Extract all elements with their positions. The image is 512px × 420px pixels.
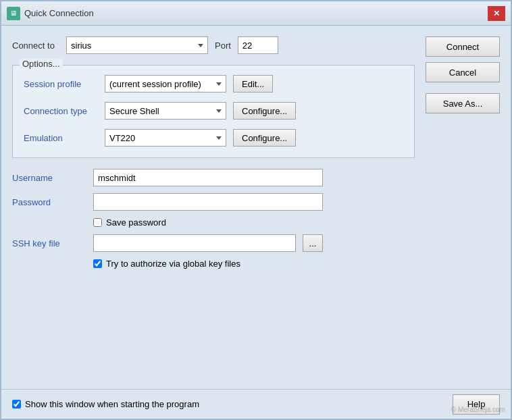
session-profile-row: Session profile (current session profile…: [24, 75, 403, 93]
ssh-key-input[interactable]: [93, 234, 296, 252]
port-label: Port: [215, 41, 231, 51]
form-section: Username Password Save password SSH key …: [12, 169, 415, 269]
authorize-global-row: Try to authorize via global key files: [93, 259, 415, 269]
options-title: Options...: [20, 59, 63, 69]
bottom-bar: Show this window when starting the progr…: [1, 389, 511, 419]
left-panel: Connect to sirius localhost remote Port …: [12, 36, 415, 378]
save-password-checkbox[interactable]: [93, 218, 102, 227]
password-input[interactable]: [93, 193, 323, 211]
options-section: Options... Session profile (current sess…: [12, 65, 415, 158]
username-input[interactable]: [93, 169, 323, 186]
save-password-label: Save password: [106, 217, 166, 228]
emulation-row: Emulation VT220 VT100 ANSI xterm Configu…: [24, 129, 403, 147]
connection-type-select[interactable]: Secure Shell Telnet SSH2: [105, 102, 226, 120]
password-row: Password: [12, 193, 415, 211]
connection-type-row: Connection type Secure Shell Telnet SSH2…: [24, 102, 403, 120]
connect-to-label: Connect to: [12, 41, 59, 51]
window-title: Quick Connection: [24, 8, 94, 18]
password-label: Password: [12, 197, 86, 207]
port-input[interactable]: [238, 36, 278, 54]
edit-button[interactable]: Edit...: [233, 75, 273, 93]
emulation-select[interactable]: VT220 VT100 ANSI xterm: [105, 129, 226, 147]
watermark: © MeraBheja.com: [451, 406, 505, 413]
authorize-global-checkbox[interactable]: [93, 259, 102, 268]
emulation-configure-button[interactable]: Configure...: [233, 129, 296, 147]
connect-to-select[interactable]: sirius localhost remote: [66, 36, 208, 54]
show-window-checkbox[interactable]: [12, 400, 21, 409]
cancel-button[interactable]: Cancel: [426, 62, 500, 82]
save-as-button[interactable]: Save As...: [426, 93, 500, 113]
connect-button[interactable]: Connect: [426, 36, 500, 57]
authorize-global-label: Try to authorize via global key files: [106, 259, 240, 269]
title-bar-left: 🖥 Quick Connection: [7, 7, 94, 20]
close-button[interactable]: ✕: [488, 6, 505, 21]
app-icon: 🖥: [7, 7, 20, 20]
ssh-key-row: SSH key file ...: [12, 234, 415, 252]
username-label: Username: [12, 173, 86, 183]
connect-row: Connect to sirius localhost remote Port: [12, 36, 415, 54]
emulation-label: Emulation: [24, 133, 98, 143]
connection-configure-button[interactable]: Configure...: [233, 102, 296, 120]
show-window-row: Show this window when starting the progr…: [12, 399, 199, 409]
browse-button[interactable]: ...: [303, 234, 323, 252]
main-content: Connect to sirius localhost remote Port …: [1, 26, 511, 389]
show-window-label: Show this window when starting the progr…: [25, 399, 199, 409]
right-panel: Connect Cancel Save As...: [426, 36, 500, 378]
session-profile-select[interactable]: (current session profile): [105, 75, 226, 93]
ssh-key-label: SSH key file: [12, 238, 86, 248]
dialog: 🖥 Quick Connection ✕ Connect to sirius l…: [0, 0, 512, 420]
title-bar: 🖥 Quick Connection ✕: [1, 1, 511, 26]
connection-type-label: Connection type: [24, 106, 98, 116]
username-row: Username: [12, 169, 415, 186]
save-password-row: Save password: [93, 217, 415, 228]
session-profile-label: Session profile: [24, 79, 98, 89]
